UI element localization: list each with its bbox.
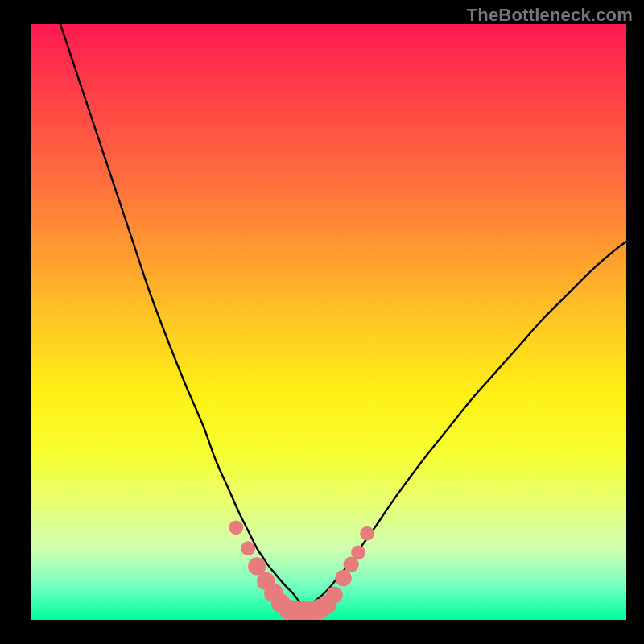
marker-13 [335,570,352,587]
marker-2 [248,557,266,575]
plot-area [31,24,626,620]
marker-15 [351,546,365,560]
curve-left-arm [60,24,304,609]
marker-0 [229,520,243,535]
chart-container: TheBottleneck.com [0,0,644,644]
marker-1 [241,541,255,555]
watermark-text: TheBottleneck.com [467,5,633,26]
curve-layer [31,24,626,620]
marker-16 [360,526,374,541]
marker-12 [326,587,343,604]
